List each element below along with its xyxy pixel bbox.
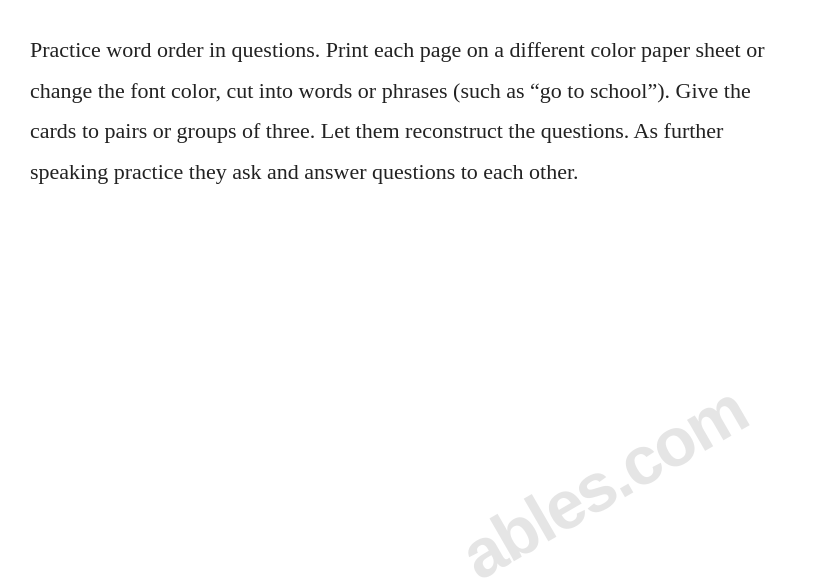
main-paragraph: Practice word order in questions. Print … [30,30,781,193]
watermark: ables.com [448,370,759,581]
page-content: Practice word order in questions. Print … [0,0,821,223]
